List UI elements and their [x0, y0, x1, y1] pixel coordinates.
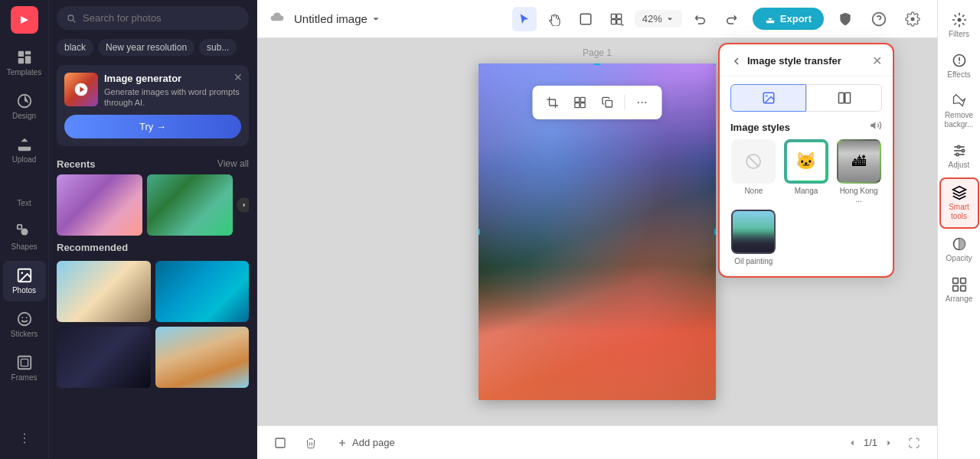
- style-hongkong-thumb: 🏙: [837, 139, 881, 184]
- next-page[interactable]: [884, 438, 894, 448]
- export-button[interactable]: Export: [753, 8, 824, 30]
- style-oil[interactable]: Oil painting: [730, 210, 777, 265]
- style-none[interactable]: None: [730, 139, 777, 203]
- app-logo[interactable]: [11, 6, 38, 34]
- canvas-area: Untitled image 42%: [257, 0, 937, 459]
- settings-button[interactable]: [900, 7, 925, 31]
- sidebar-item-templates-label: Templates: [7, 68, 42, 77]
- select-tool[interactable]: [512, 7, 537, 31]
- tag-sub[interactable]: sub...: [199, 39, 237, 56]
- delete-button[interactable]: [300, 432, 322, 454]
- rec-thumb-2[interactable]: [155, 261, 250, 322]
- svg-rect-18: [611, 14, 616, 18]
- crop-button[interactable]: [541, 90, 565, 115]
- recent-thumb-1[interactable]: [57, 174, 142, 236]
- doc-title-text: Untitled image: [294, 12, 368, 25]
- smart-tools-tool[interactable]: Smart tools: [939, 177, 979, 229]
- svg-point-9: [18, 313, 31, 326]
- tag-black[interactable]: black: [57, 39, 93, 56]
- view-all-button[interactable]: View all: [217, 158, 249, 169]
- smart-tools-label: Smart tools: [944, 203, 975, 221]
- more-options[interactable]: [630, 90, 655, 115]
- adjust-label: Adjust: [949, 161, 970, 170]
- shield-button[interactable]: [833, 7, 858, 31]
- sidebar-item-more[interactable]: [3, 424, 46, 453]
- frame-icon-button[interactable]: [270, 432, 291, 454]
- filters-tool[interactable]: Filters: [939, 6, 979, 45]
- doc-title[interactable]: Untitled image: [294, 12, 381, 25]
- frame-tool-2[interactable]: [604, 7, 629, 31]
- style-hongkong[interactable]: 🏙 Hong Kong ...: [835, 139, 882, 203]
- sidebar-item-shapes[interactable]: Shapes: [3, 217, 46, 258]
- svg-point-29: [638, 102, 639, 103]
- help-button[interactable]: [867, 7, 891, 31]
- zoom-control[interactable]: 42%: [635, 10, 682, 28]
- search-bar[interactable]: [57, 6, 249, 30]
- handle-top-right[interactable]: [714, 63, 716, 65]
- try-button[interactable]: Try →: [64, 115, 241, 138]
- style-manga[interactable]: 🐱 Manga: [783, 139, 830, 203]
- rec-thumb-3[interactable]: [57, 327, 151, 388]
- recents-arrow[interactable]: [237, 197, 249, 213]
- duplicate-button[interactable]: [596, 90, 620, 115]
- arrange-tool[interactable]: Arrange: [939, 271, 979, 310]
- frame-tool[interactable]: [573, 7, 598, 31]
- handle-bottom-left[interactable]: [479, 399, 480, 400]
- sidebar-item-photos[interactable]: Photos: [3, 261, 46, 301]
- svg-rect-20: [611, 19, 616, 24]
- remove-bg-tool[interactable]: Remove backgr...: [939, 87, 979, 135]
- sidebar-item-frames[interactable]: Frames: [3, 348, 46, 389]
- svg-rect-17: [580, 14, 591, 24]
- fullscreen-button[interactable]: [903, 432, 925, 454]
- rec-thumb-4[interactable]: [155, 327, 250, 388]
- sidebar-item-shapes-label: Shapes: [11, 243, 38, 252]
- ist-back-button[interactable]: [730, 55, 743, 67]
- handle-middle-left[interactable]: [479, 229, 480, 235]
- handle-top-left[interactable]: [479, 63, 480, 65]
- style-manga-label: Manga: [795, 187, 818, 195]
- page-indicator: 1/1: [864, 437, 877, 448]
- svg-rect-19: [616, 14, 621, 18]
- svg-point-49: [956, 153, 958, 155]
- svg-rect-32: [276, 438, 285, 448]
- right-sidebar: Filters Effects Remove backgr... Adjust …: [937, 0, 980, 459]
- effects-tool[interactable]: Effects: [939, 47, 979, 86]
- sidebar-item-stickers[interactable]: Stickers: [3, 304, 46, 345]
- svg-point-11: [25, 317, 27, 318]
- add-page-button[interactable]: Add page: [331, 434, 401, 451]
- sidebar-item-templates[interactable]: Templates: [3, 43, 46, 83]
- photos-panel: black New year resolution sub... ✕ Image…: [49, 0, 257, 459]
- search-icon: [66, 13, 77, 24]
- ist-close-button[interactable]: ✕: [872, 54, 882, 68]
- ist-tab-image[interactable]: [730, 84, 806, 112]
- recent-thumb-2[interactable]: [147, 174, 233, 236]
- tag-newyear[interactable]: New year resolution: [98, 39, 194, 56]
- svg-point-34: [766, 95, 767, 96]
- svg-point-10: [21, 317, 23, 318]
- sidebar-item-design[interactable]: Design: [3, 86, 46, 127]
- sidebar-item-text[interactable]: Text: [3, 174, 46, 214]
- redo-button[interactable]: [719, 7, 743, 31]
- opacity-tool[interactable]: Opacity: [939, 230, 979, 269]
- svg-rect-24: [575, 97, 580, 102]
- svg-rect-51: [952, 278, 958, 284]
- style-manga-thumb: 🐱: [784, 139, 828, 184]
- search-input[interactable]: [83, 12, 240, 24]
- sidebar-item-upload[interactable]: Upload: [3, 130, 46, 171]
- grid-button[interactable]: [568, 90, 593, 115]
- ist-tab-compare[interactable]: [806, 84, 882, 112]
- handle-top-middle[interactable]: [594, 63, 600, 65]
- prev-page[interactable]: [847, 438, 858, 448]
- undo-button[interactable]: [688, 7, 713, 31]
- svg-rect-54: [960, 286, 965, 291]
- adjust-tool[interactable]: Adjust: [939, 137, 979, 176]
- hand-tool[interactable]: [543, 7, 567, 31]
- ist-header: Image style transfer ✕: [720, 44, 893, 76]
- handle-bottom-right[interactable]: [714, 399, 716, 400]
- image-generator-close[interactable]: ✕: [234, 71, 243, 83]
- audio-icon[interactable]: [870, 119, 882, 135]
- handle-middle-right[interactable]: [714, 229, 716, 235]
- canvas-float-toolbar: [533, 86, 662, 119]
- rec-thumb-1[interactable]: [57, 261, 151, 322]
- zoom-level: 42%: [642, 13, 662, 24]
